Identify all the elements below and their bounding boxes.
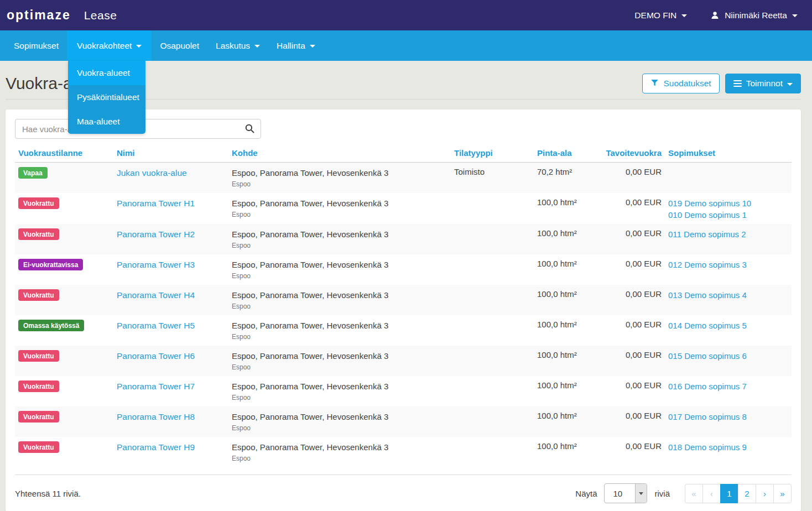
status-badge: Vuokrattu [18,441,59,453]
area-value: 100,0 htm² [534,224,572,254]
kohde-text: Espoo, Panorama Tower, Hevosenkenkä 3 [232,228,447,240]
rental-area-link[interactable]: Jukan vuokra-alue [117,168,187,178]
tilatyyppi-text [451,254,534,285]
col-header-kohde[interactable]: Kohde [228,145,451,163]
kohde-text: Espoo, Panorama Tower, Hevosenkenkä 3 [232,197,447,209]
pagination: « ‹ 1 2 › » [685,484,792,503]
kohde-sub-text: Espoo [232,270,447,281]
chevron-down-icon [254,45,260,48]
kohde-text: Espoo, Panorama Tower, Hevosenkenkä 3 [232,441,447,453]
page-2-button[interactable]: 2 [738,484,756,503]
kohde-sub-text: Espoo [232,362,447,373]
status-badge: Omassa käytössä [18,320,84,331]
contract-link[interactable]: 010 Demo sopimus 1 [668,209,788,221]
rent-value: 0,00 EUR [572,406,665,437]
first-page-button[interactable]: « [685,484,703,503]
tilatyyppi-text [451,437,534,467]
contract-link[interactable]: 012 Demo sopimus 3 [668,259,788,270]
tilatyyppi-text [451,193,534,224]
kohde-sub-text: Espoo [232,423,447,434]
rent-value: 0,00 EUR [572,437,665,467]
rental-area-link[interactable]: Panorama Tower H2 [117,230,195,239]
contract-link[interactable]: 015 Demo sopimus 6 [668,350,788,362]
kohde-sub-text: Espoo [232,240,447,251]
table-row: Vuokrattu Panorama Tower H6 Espoo, Panor… [15,346,792,376]
area-value: 100,0 htm² [534,285,572,315]
contract-link[interactable]: 017 Demo sopimus 8 [668,411,788,423]
nav-item-hallinta[interactable]: Hallinta [268,30,324,61]
kohde-text: Espoo, Panorama Tower, Hevosenkenkä 3 [232,259,447,270]
kohde-text: Espoo, Panorama Tower, Hevosenkenkä 3 [232,167,447,179]
contract-link[interactable]: 016 Demo sopimus 7 [668,380,788,392]
col-header-nimi[interactable]: Nimi [113,145,228,163]
status-badge: Vuokrattu [18,228,59,240]
rent-value: 0,00 EUR [572,285,665,315]
menu-item-maa-alueet[interactable]: Maa-alueet [68,109,145,134]
rental-area-link[interactable]: Panorama Tower H9 [117,442,195,452]
chevron-down-icon [136,45,142,48]
actions-button[interactable]: Toiminnot [725,74,801,93]
page-size-select[interactable]: 10 [604,483,647,503]
kohde-text: Espoo, Panorama Tower, Hevosenkenkä 3 [232,320,447,331]
rental-areas-table: Vuokraustilanne Nimi Kohde Tilatyyppi Pi… [15,145,792,467]
last-page-button[interactable]: » [773,484,792,503]
kohde-sub-text: Espoo [232,179,447,190]
filters-button[interactable]: Suodatukset [642,74,719,93]
contract-link[interactable]: 014 Demo sopimus 5 [668,320,788,331]
content-card: Vuokraustilanne Nimi Kohde Tilatyyppi Pi… [6,109,801,511]
area-value: 100,0 htm² [534,376,572,406]
rent-value: 0,00 EUR [572,224,665,254]
menu-item-pysakointialueet[interactable]: Pysäköintialueet [68,85,145,109]
table-row: Vuokrattu Panorama Tower H8 Espoo, Panor… [15,406,792,437]
contract-link[interactable]: 013 Demo sopimus 4 [668,289,788,301]
topbar-right: DEMO FIN Niinimäki Reetta [634,11,798,20]
rental-area-link[interactable]: Panorama Tower H8 [117,412,195,421]
tilatyyppi-text [451,224,534,254]
area-value: 100,0 htm² [534,315,572,346]
col-header-pinta-ala[interactable]: Pinta-ala [534,145,572,163]
col-header-tavoitevuokra[interactable]: Tavoitevuokra [572,145,665,163]
nav-item-sopimukset[interactable]: Sopimukset [6,30,67,61]
kohde-text: Espoo, Panorama Tower, Hevosenkenkä 3 [232,350,447,362]
chevron-down-icon [681,14,687,17]
tilatyyppi-text [451,315,534,346]
table-header-row: Vuokraustilanne Nimi Kohde Tilatyyppi Pi… [15,145,792,163]
contract-link[interactable]: 011 Demo sopimus 2 [668,228,788,240]
kohde-sub-text: Espoo [232,331,447,342]
rental-area-link[interactable]: Panorama Tower H7 [117,382,195,391]
chevron-down-icon [787,83,793,86]
nav-item-osapuolet[interactable]: Osapuolet [152,30,207,61]
contract-link[interactable]: 019 Demo sopimus 10 [668,197,788,209]
rental-area-link[interactable]: Panorama Tower H4 [117,290,195,300]
col-header-tilatyyppi[interactable]: Tilatyyppi [451,145,534,163]
nav-label: Hallinta [277,41,305,51]
area-value: 100,0 htm² [534,254,572,285]
nav-item-laskutus[interactable]: Laskutus [207,30,268,61]
tilatyyppi-text: Toimisto [451,163,534,194]
page-size-value: 10 [605,489,635,498]
col-header-sopimukset[interactable]: Sopimukset [665,145,792,163]
prev-page-button[interactable]: ‹ [702,484,721,503]
nav-item-vuokrakohteet[interactable]: Vuokrakohteet [67,30,152,61]
kohde-sub-text: Espoo [232,209,447,220]
status-badge: Vapaa [18,167,48,179]
kohde-sub-text: Espoo [232,453,447,464]
col-header-vuokraustilanne[interactable]: Vuokraustilanne [15,145,113,163]
rental-area-link[interactable]: Panorama Tower H3 [117,260,195,269]
tenant-menu[interactable]: DEMO FIN [634,11,687,20]
kohde-sub-text: Espoo [232,301,447,312]
contract-link[interactable]: 018 Demo sopimus 9 [668,441,788,453]
menu-item-vuokra-alueet[interactable]: Vuokra-alueet [68,61,145,85]
rental-area-link[interactable]: Panorama Tower H5 [117,321,195,330]
status-badge: Vuokrattu [18,289,59,301]
rental-area-link[interactable]: Panorama Tower H1 [117,199,195,208]
tilatyyppi-text [451,346,534,376]
tilatyyppi-text [451,376,534,406]
show-label: Näytä [575,489,597,498]
page-1-button[interactable]: 1 [720,484,738,503]
next-page-button[interactable]: › [756,484,774,503]
user-menu[interactable]: Niinimäki Reetta [710,11,798,20]
rental-area-link[interactable]: Panorama Tower H6 [117,351,195,361]
nav-label: Laskutus [216,41,250,51]
status-badge: Ei-vuokrattavissa [18,259,83,270]
